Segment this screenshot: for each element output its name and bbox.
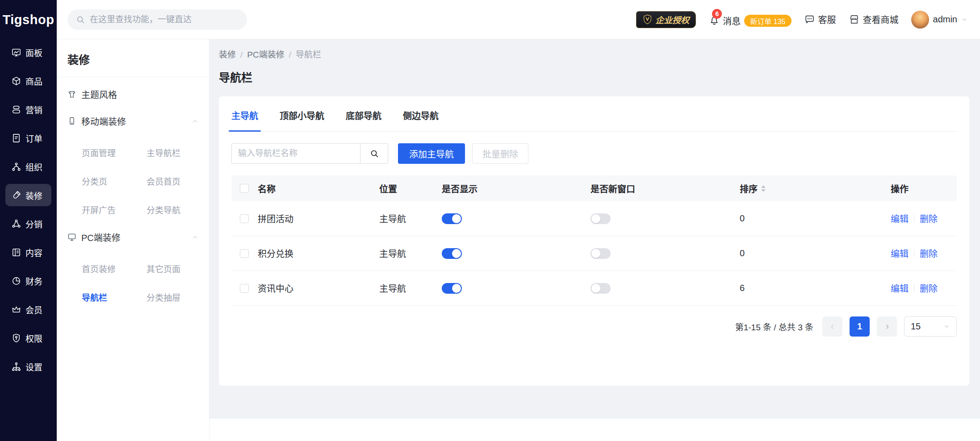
tab-side-nav[interactable]: 侧边导航 xyxy=(403,109,439,131)
tab-bottom-nav[interactable]: 底部导航 xyxy=(346,109,381,131)
select-all-checkbox[interactable] xyxy=(240,184,249,193)
sidebar-item-products[interactable]: 商品 xyxy=(5,70,51,92)
page-size-select[interactable]: 15 xyxy=(904,316,957,337)
messages-button[interactable]: 6 消息 新订单 135 xyxy=(708,12,791,27)
new-order-badge[interactable]: 新订单 135 xyxy=(744,15,791,27)
row-name: 拼团活动 xyxy=(258,212,379,225)
column-header-name: 名称 xyxy=(258,182,379,195)
sidebar-item-label: 面板 xyxy=(25,46,42,58)
table-row: 拼团活动 主导航 0 编辑 删除 xyxy=(231,201,957,236)
row-checkbox[interactable] xyxy=(240,284,249,293)
enterprise-license-badge[interactable]: 企业授权 xyxy=(636,11,696,28)
divider xyxy=(914,250,914,257)
global-search[interactable] xyxy=(67,9,247,30)
batch-delete-button[interactable]: 批量删除 xyxy=(472,143,528,164)
edit-link[interactable]: 编辑 xyxy=(891,282,909,295)
license-badge-label: 企业授权 xyxy=(655,13,689,25)
edit-link[interactable]: 编辑 xyxy=(891,212,909,225)
page-number-button[interactable]: 1 xyxy=(850,316,870,337)
table-header-row: 名称 位置 是否显示 是否新窗口 排序 操作 xyxy=(231,175,957,201)
order-document-icon xyxy=(11,133,21,143)
pie-chart-icon xyxy=(11,276,21,286)
search-button[interactable] xyxy=(360,143,388,164)
distribution-icon xyxy=(11,219,21,229)
delete-link[interactable]: 删除 xyxy=(920,282,938,295)
cube-icon xyxy=(11,76,21,86)
submenu-item-label: 主题风格 xyxy=(81,88,117,101)
sidebar-item-marketing[interactable]: 营销 xyxy=(5,98,51,121)
sidebar-item-finance[interactable]: 财务 xyxy=(5,270,51,292)
sidebar-item-organization[interactable]: 组织 xyxy=(5,155,51,178)
chevron-up-icon xyxy=(192,234,198,241)
sidebar-item-settings[interactable]: 设置 xyxy=(5,355,51,378)
submenu-child-other-pages[interactable]: 其它页面 xyxy=(147,254,209,283)
storefront-icon xyxy=(849,14,860,25)
submenu-child-category-nav[interactable]: 分类导航 xyxy=(147,195,209,224)
new-window-toggle[interactable] xyxy=(591,248,611,259)
breadcrumb-current: 导航栏 xyxy=(296,49,321,61)
sidebar-item-content[interactable]: 内容 xyxy=(5,241,51,263)
add-main-nav-button[interactable]: 添加主导航 xyxy=(398,143,465,164)
sidebar-item-distribution[interactable]: 分销 xyxy=(5,212,51,235)
next-page-button[interactable] xyxy=(877,316,897,337)
visible-toggle[interactable] xyxy=(442,283,462,294)
submenu-child-page-manage[interactable]: 页面管理 xyxy=(82,138,147,166)
sidebar-item-members[interactable]: 会员 xyxy=(5,298,51,320)
sidebar-item-label: 订单 xyxy=(25,132,42,144)
prev-page-button[interactable] xyxy=(822,316,842,337)
submenu-item-theme-style[interactable]: 主题风格 xyxy=(57,81,209,108)
phone-icon xyxy=(67,116,76,125)
submenu-child-main-navbar[interactable]: 主导航栏 xyxy=(147,138,209,166)
breadcrumb-item[interactable]: PC端装修 xyxy=(247,49,284,61)
sidebar-item-label: 权限 xyxy=(25,332,42,344)
visible-toggle[interactable] xyxy=(442,248,462,259)
page-size-value: 15 xyxy=(911,321,921,332)
sidebar-item-orders[interactable]: 订单 xyxy=(5,127,51,149)
sidebar-item-decoration[interactable]: 装修 xyxy=(5,184,51,206)
row-position: 主导航 xyxy=(379,247,442,260)
submenu-child-splash-ad[interactable]: 开屏广告 xyxy=(82,195,147,224)
tab-bar: 主导航 顶部小导航 底部导航 侧边导航 xyxy=(231,109,957,132)
sidebar-item-permissions[interactable]: 权限 xyxy=(5,327,51,349)
delete-link[interactable]: 删除 xyxy=(920,212,938,225)
chevron-down-icon xyxy=(943,323,950,330)
edit-link[interactable]: 编辑 xyxy=(891,247,909,260)
row-checkbox[interactable] xyxy=(240,249,249,258)
submenu-child-home-decoration[interactable]: 首页装修 xyxy=(82,254,147,283)
row-checkbox[interactable] xyxy=(240,214,249,223)
customer-service-label: 客服 xyxy=(818,13,836,26)
pagination-summary: 第1-15 条 / 总共 3 条 xyxy=(735,320,813,333)
customer-service-button[interactable]: 客服 xyxy=(804,13,836,26)
monitor-icon xyxy=(67,233,76,241)
navbar-name-input[interactable] xyxy=(231,143,360,164)
new-window-toggle[interactable] xyxy=(591,213,611,224)
view-store-button[interactable]: 查看商城 xyxy=(849,13,899,26)
chevron-up-icon xyxy=(192,118,198,125)
submenu-child-category-page[interactable]: 分类页 xyxy=(82,166,147,195)
submenu-child-member-home[interactable]: 会员首页 xyxy=(147,166,209,195)
chevron-right-icon xyxy=(884,323,891,330)
sort-carets-icon xyxy=(761,185,766,192)
user-menu[interactable]: admin xyxy=(911,11,967,29)
chevron-left-icon xyxy=(829,323,836,330)
tab-top-mini-nav[interactable]: 顶部小导航 xyxy=(280,109,324,131)
tshirt-icon xyxy=(67,90,76,99)
visible-toggle[interactable] xyxy=(442,213,462,224)
submenu-child-category-drawer[interactable]: 分类抽屉 xyxy=(147,283,209,311)
breadcrumb-item[interactable]: 装修 xyxy=(219,49,236,61)
submenu-item-pc-decoration[interactable]: PC端装修 xyxy=(57,224,209,250)
settings-tree-icon xyxy=(11,362,21,372)
row-position: 主导航 xyxy=(379,282,442,295)
tab-main-nav[interactable]: 主导航 xyxy=(231,109,258,131)
column-header-sort[interactable]: 排序 xyxy=(740,182,891,195)
sidebar-item-label: 设置 xyxy=(25,361,42,373)
chat-bubble-icon xyxy=(804,14,815,25)
new-window-toggle[interactable] xyxy=(591,283,611,294)
delete-link[interactable]: 删除 xyxy=(920,247,938,260)
submenu-item-mobile-decoration[interactable]: 移动端装修 xyxy=(57,108,209,134)
global-search-input[interactable] xyxy=(90,15,239,25)
submenu-child-navbar-active[interactable]: 导航栏 xyxy=(82,283,147,311)
pagination: 第1-15 条 / 总共 3 条 1 15 xyxy=(231,316,957,337)
sidebar-item-dashboard[interactable]: 面板 xyxy=(5,41,51,63)
column-header-actions: 操作 xyxy=(891,182,948,195)
